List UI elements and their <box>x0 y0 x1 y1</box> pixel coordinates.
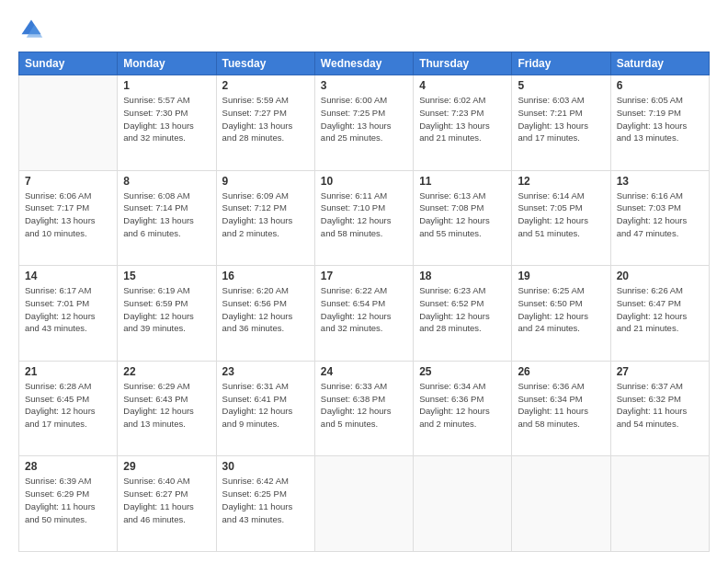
calendar-cell: 7Sunrise: 6:06 AM Sunset: 7:17 PM Daylig… <box>19 170 118 266</box>
day-detail: Sunrise: 6:11 AM Sunset: 7:10 PM Dayligh… <box>321 190 407 240</box>
day-number: 6 <box>617 79 703 92</box>
day-detail: Sunrise: 6:28 AM Sunset: 6:45 PM Dayligh… <box>25 380 111 431</box>
calendar-header-thursday: Thursday <box>414 52 512 75</box>
day-detail: Sunrise: 6:02 AM Sunset: 7:23 PM Dayligh… <box>419 94 506 144</box>
day-number: 27 <box>617 365 703 378</box>
calendar-cell: 4Sunrise: 6:02 AM Sunset: 7:23 PM Daylig… <box>414 75 512 171</box>
day-detail: Sunrise: 6:17 AM Sunset: 7:01 PM Dayligh… <box>25 284 111 335</box>
day-number: 5 <box>518 79 604 92</box>
day-number: 11 <box>419 175 506 188</box>
day-detail: Sunrise: 6:13 AM Sunset: 7:08 PM Dayligh… <box>419 190 506 240</box>
day-detail: Sunrise: 6:29 AM Sunset: 6:43 PM Dayligh… <box>123 380 210 431</box>
calendar-cell: 8Sunrise: 6:08 AM Sunset: 7:14 PM Daylig… <box>118 170 216 266</box>
day-number: 13 <box>617 175 703 188</box>
day-number: 24 <box>321 365 407 378</box>
day-number: 22 <box>123 365 210 378</box>
day-number: 12 <box>518 175 604 188</box>
calendar-cell: 23Sunrise: 6:31 AM Sunset: 6:41 PM Dayli… <box>216 361 314 456</box>
calendar-cell: 11Sunrise: 6:13 AM Sunset: 7:08 PM Dayli… <box>414 170 512 266</box>
day-number: 29 <box>123 460 210 473</box>
calendar-cell: 26Sunrise: 6:36 AM Sunset: 6:34 PM Dayli… <box>512 361 610 456</box>
header <box>18 17 710 42</box>
day-detail: Sunrise: 5:59 AM Sunset: 7:27 PM Dayligh… <box>222 94 309 144</box>
page: SundayMondayTuesdayWednesdayThursdayFrid… <box>0 0 728 563</box>
day-detail: Sunrise: 6:08 AM Sunset: 7:14 PM Dayligh… <box>123 190 210 240</box>
day-number: 15 <box>123 270 210 282</box>
calendar-cell <box>610 456 709 552</box>
calendar-cell: 1Sunrise: 5:57 AM Sunset: 7:30 PM Daylig… <box>118 75 216 171</box>
calendar-cell: 30Sunrise: 6:42 AM Sunset: 6:25 PM Dayli… <box>216 456 314 552</box>
day-detail: Sunrise: 6:16 AM Sunset: 7:03 PM Dayligh… <box>617 190 703 240</box>
day-detail: Sunrise: 6:39 AM Sunset: 6:29 PM Dayligh… <box>25 475 111 525</box>
day-detail: Sunrise: 6:23 AM Sunset: 6:52 PM Dayligh… <box>419 284 506 335</box>
day-detail: Sunrise: 6:26 AM Sunset: 6:47 PM Dayligh… <box>617 284 703 335</box>
day-number: 1 <box>123 79 210 92</box>
calendar-week-row: 28Sunrise: 6:39 AM Sunset: 6:29 PM Dayli… <box>19 456 710 552</box>
calendar-cell: 2Sunrise: 5:59 AM Sunset: 7:27 PM Daylig… <box>216 75 314 171</box>
calendar-cell <box>19 75 118 171</box>
day-number: 14 <box>25 270 111 282</box>
calendar-header-saturday: Saturday <box>610 52 709 75</box>
calendar-cell: 29Sunrise: 6:40 AM Sunset: 6:27 PM Dayli… <box>118 456 216 552</box>
day-number: 2 <box>222 79 309 92</box>
day-detail: Sunrise: 6:19 AM Sunset: 6:59 PM Dayligh… <box>123 284 210 335</box>
calendar-cell: 12Sunrise: 6:14 AM Sunset: 7:05 PM Dayli… <box>512 170 610 266</box>
calendar-cell: 14Sunrise: 6:17 AM Sunset: 7:01 PM Dayli… <box>19 266 118 362</box>
calendar-cell <box>414 456 512 552</box>
calendar-cell: 17Sunrise: 6:22 AM Sunset: 6:54 PM Dayli… <box>314 266 413 362</box>
day-detail: Sunrise: 6:22 AM Sunset: 6:54 PM Dayligh… <box>321 284 407 335</box>
calendar-cell: 20Sunrise: 6:26 AM Sunset: 6:47 PM Dayli… <box>610 266 709 362</box>
calendar-cell <box>512 456 610 552</box>
day-detail: Sunrise: 6:36 AM Sunset: 6:34 PM Dayligh… <box>518 380 604 431</box>
day-number: 8 <box>123 175 210 188</box>
calendar-cell: 27Sunrise: 6:37 AM Sunset: 6:32 PM Dayli… <box>610 361 709 456</box>
day-number: 26 <box>518 365 604 378</box>
calendar-week-row: 1Sunrise: 5:57 AM Sunset: 7:30 PM Daylig… <box>19 75 710 171</box>
day-number: 3 <box>321 79 407 92</box>
calendar-header-wednesday: Wednesday <box>314 52 413 75</box>
calendar-table: SundayMondayTuesdayWednesdayThursdayFrid… <box>18 52 710 552</box>
day-detail: Sunrise: 6:42 AM Sunset: 6:25 PM Dayligh… <box>222 475 309 525</box>
day-detail: Sunrise: 6:09 AM Sunset: 7:12 PM Dayligh… <box>222 190 309 240</box>
calendar-week-row: 7Sunrise: 6:06 AM Sunset: 7:17 PM Daylig… <box>19 170 710 266</box>
calendar-cell: 10Sunrise: 6:11 AM Sunset: 7:10 PM Dayli… <box>314 170 413 266</box>
day-number: 25 <box>419 365 506 378</box>
calendar-header-tuesday: Tuesday <box>216 52 314 75</box>
day-detail: Sunrise: 6:33 AM Sunset: 6:38 PM Dayligh… <box>321 380 407 431</box>
calendar-cell: 15Sunrise: 6:19 AM Sunset: 6:59 PM Dayli… <box>118 266 216 362</box>
day-number: 18 <box>419 270 506 282</box>
day-number: 28 <box>25 460 111 473</box>
day-number: 9 <box>222 175 309 188</box>
day-number: 20 <box>617 270 703 282</box>
day-detail: Sunrise: 6:40 AM Sunset: 6:27 PM Dayligh… <box>123 475 210 525</box>
calendar-cell: 13Sunrise: 6:16 AM Sunset: 7:03 PM Dayli… <box>610 170 709 266</box>
calendar-cell: 18Sunrise: 6:23 AM Sunset: 6:52 PM Dayli… <box>414 266 512 362</box>
day-detail: Sunrise: 5:57 AM Sunset: 7:30 PM Dayligh… <box>123 94 210 144</box>
calendar-header-monday: Monday <box>118 52 216 75</box>
logo-icon <box>18 17 44 42</box>
day-detail: Sunrise: 6:03 AM Sunset: 7:21 PM Dayligh… <box>518 94 604 144</box>
day-number: 16 <box>222 270 309 282</box>
day-detail: Sunrise: 6:25 AM Sunset: 6:50 PM Dayligh… <box>518 284 604 335</box>
calendar-cell <box>314 456 413 552</box>
day-detail: Sunrise: 6:05 AM Sunset: 7:19 PM Dayligh… <box>617 94 703 144</box>
day-number: 30 <box>222 460 309 473</box>
calendar-cell: 24Sunrise: 6:33 AM Sunset: 6:38 PM Dayli… <box>314 361 413 456</box>
day-number: 23 <box>222 365 309 378</box>
calendar-cell: 16Sunrise: 6:20 AM Sunset: 6:56 PM Dayli… <box>216 266 314 362</box>
day-number: 10 <box>321 175 407 188</box>
day-number: 21 <box>25 365 111 378</box>
calendar-header-sunday: Sunday <box>19 52 118 75</box>
calendar-cell: 9Sunrise: 6:09 AM Sunset: 7:12 PM Daylig… <box>216 170 314 266</box>
calendar-cell: 21Sunrise: 6:28 AM Sunset: 6:45 PM Dayli… <box>19 361 118 456</box>
day-number: 19 <box>518 270 604 282</box>
day-detail: Sunrise: 6:00 AM Sunset: 7:25 PM Dayligh… <box>321 94 407 144</box>
calendar-week-row: 14Sunrise: 6:17 AM Sunset: 7:01 PM Dayli… <box>19 266 710 362</box>
calendar-cell: 22Sunrise: 6:29 AM Sunset: 6:43 PM Dayli… <box>118 361 216 456</box>
day-detail: Sunrise: 6:31 AM Sunset: 6:41 PM Dayligh… <box>222 380 309 431</box>
day-detail: Sunrise: 6:06 AM Sunset: 7:17 PM Dayligh… <box>25 190 111 240</box>
calendar-cell: 28Sunrise: 6:39 AM Sunset: 6:29 PM Dayli… <box>19 456 118 552</box>
calendar-cell: 25Sunrise: 6:34 AM Sunset: 6:36 PM Dayli… <box>414 361 512 456</box>
calendar-cell: 6Sunrise: 6:05 AM Sunset: 7:19 PM Daylig… <box>610 75 709 171</box>
logo <box>18 17 48 42</box>
